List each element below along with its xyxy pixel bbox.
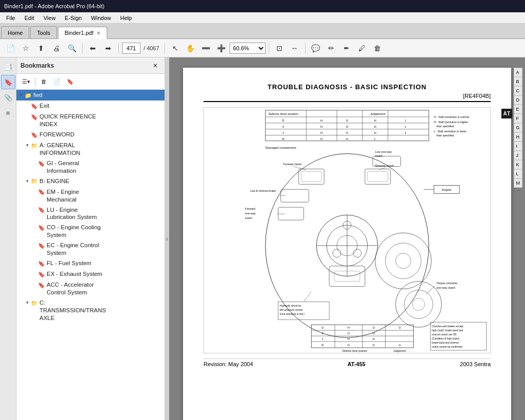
expand-trans-icon[interactable]: ▾ — [24, 299, 31, 307]
sidebar-close-button[interactable]: ✕ — [150, 61, 160, 71]
bookmark-co[interactable]: ▸ 🔖 CO - Engine CoolingSystem — [16, 222, 165, 240]
bookmark-qri[interactable]: ▸ 🔖 QUICK REFERENCEINDEX — [16, 111, 165, 129]
bookmark-foreword[interactable]: ▸ 🔖 FOREWORD — [16, 129, 165, 140]
svg-line-82 — [304, 292, 311, 302]
svg-text:H: H — [320, 119, 322, 122]
folder-engine-icon: 📁 — [31, 177, 38, 186]
svg-text:H: H — [320, 125, 322, 128]
expand-fwd-icon[interactable]: ▾ — [17, 91, 25, 99]
search-button[interactable]: 🔍 — [65, 41, 79, 55]
next-page-button[interactable]: ➡ — [101, 41, 115, 55]
sep1 — [82, 43, 83, 54]
left-icon-bookmarks[interactable]: 🔖 — [1, 75, 15, 89]
hand-tool[interactable]: ✋ — [184, 41, 198, 55]
print-button[interactable]: 🖨 — [49, 41, 64, 55]
bookmark-ex-icon: 🔖 — [38, 270, 45, 278]
menu-esign[interactable]: E-Sign — [60, 14, 86, 22]
pdf-footer: Revision: May 2004 AT-455 2003 Sentra — [204, 358, 491, 367]
tab-c[interactable]: C — [514, 86, 523, 95]
bookmark-qri-icon: 🔖 — [31, 113, 38, 121]
svg-text:Damaged components: Damaged components — [266, 146, 296, 149]
svg-text:clutch: clutch — [245, 216, 252, 219]
comment-button[interactable]: 💬 — [309, 41, 323, 55]
pen-button[interactable]: ✏ — [324, 41, 338, 55]
svg-text:Clutches and brakes except: Clutches and brakes except — [432, 325, 463, 328]
menu-view[interactable]: View — [39, 14, 60, 22]
tab-k[interactable]: K — [514, 160, 523, 169]
menu-help[interactable]: Help — [116, 14, 136, 22]
bookmark-em[interactable]: ▸ 🔖 EM - EngineMechanical — [16, 187, 165, 205]
bookmark-exit[interactable]: ▸ 🔖 Exit — [16, 101, 165, 111]
tab-tools[interactable]: Tools — [30, 26, 57, 38]
bookmark-lu[interactable]: ▸ 🔖 LU - EngineLubrication System — [16, 205, 165, 223]
sidebar-new-button[interactable]: 📄 — [51, 76, 63, 87]
bookmark-trans-label: C:TRANSMISSION/TRANSAXLE — [38, 298, 163, 322]
menu-edit[interactable]: Edit — [21, 14, 38, 22]
svg-text:H: H — [348, 326, 350, 329]
left-icon-pages[interactable]: 📑 — [1, 59, 15, 74]
zoom-in-button[interactable]: ➕ — [214, 41, 229, 55]
zoom-select[interactable]: 60.6% — [230, 43, 266, 54]
bookmark-fwd[interactable]: ▾ 📁 fwd — [16, 90, 165, 101]
bookmark-general-info[interactable]: ▾ 📁 A: GENERALINFORMATION — [16, 140, 165, 158]
left-icon-layers[interactable]: ≡ — [1, 106, 15, 120]
tab-j[interactable]: J — [514, 151, 523, 160]
svg-text:L: L — [405, 125, 407, 128]
bookmark-engine[interactable]: ▾ 📁 B: ENGINE — [16, 176, 165, 187]
svg-line-65 — [426, 286, 435, 294]
tab-g[interactable]: G — [514, 123, 523, 132]
tab-h[interactable]: H — [514, 132, 523, 142]
tab-l[interactable]: L — [514, 169, 523, 178]
sidebar-content[interactable]: ▾ 📁 fwd ▸ 🔖 Exit ▸ 🔖 QUICK REFERENCEINDE… — [16, 90, 165, 420]
upload-button[interactable]: ⬆ — [34, 41, 48, 55]
tab-b[interactable]: B — [514, 77, 523, 86]
sidebar-collapse-handle[interactable] — [165, 57, 169, 420]
tab-close-icon[interactable]: ✕ — [96, 30, 100, 36]
svg-text:line pressure control: line pressure control — [280, 309, 303, 311]
tab-i[interactable]: I — [514, 142, 523, 151]
tab-binder[interactable]: Binder1.pdf ✕ — [58, 27, 107, 39]
tab-a[interactable]: A — [514, 68, 523, 77]
sidebar-prop-button[interactable]: 🔖 — [64, 76, 76, 87]
menu-file[interactable]: File — [2, 14, 19, 22]
svg-text:L: L — [405, 131, 407, 134]
svg-text:H: H — [373, 344, 375, 347]
tab-home[interactable]: Home — [1, 26, 29, 38]
cursor-tool[interactable]: ↖ — [168, 41, 183, 55]
bookmark-transmission[interactable]: ▾ 📁 C:TRANSMISSION/TRANSAXLE — [16, 297, 165, 323]
sidebar-options-button[interactable]: ☰▾ — [19, 76, 33, 87]
bookmark-gi[interactable]: ▸ 🔖 GI - GeneralInformation — [16, 158, 165, 176]
pdf-scroll[interactable]: TROUBLE DIAGNOSIS - BASIC INSPECTION [RE… — [169, 57, 525, 420]
highlight-button[interactable]: ✒ — [339, 41, 354, 55]
svg-rect-38 — [301, 171, 321, 182]
svg-text:O: O — [398, 326, 400, 329]
expand-engine-icon[interactable]: ▾ — [24, 177, 31, 186]
menu-window[interactable]: Window — [87, 14, 115, 22]
bookmark-ex[interactable]: ▸ 🔖 EX - Exhaust System — [16, 269, 165, 279]
delete-button[interactable]: 🗑 — [370, 41, 385, 55]
new-button[interactable]: 📄 — [3, 41, 17, 55]
svg-text:O: O — [373, 326, 375, 329]
bookmark-toolbar-button[interactable]: ☆ — [18, 41, 33, 55]
expand-gi-icon[interactable]: ▾ — [24, 142, 31, 150]
prev-page-button[interactable]: ⬅ — [86, 41, 100, 55]
fit-width-button[interactable]: ↔ — [288, 41, 302, 55]
pdf-page-ref: [RE4F04B] — [204, 93, 491, 102]
title-bar-text: Binder1.pdf - Adobe Acrobat Pro (64-bit) — [4, 3, 521, 9]
sign-button[interactable]: 🖊 — [355, 41, 369, 55]
bookmark-acc[interactable]: ▸ 🔖 ACC - AcceleratorControl System — [16, 279, 165, 297]
bookmark-fl[interactable]: ▸ 🔖 FL - Fuel System — [16, 258, 165, 269]
bookmark-ec[interactable]: ▸ 🔖 EC - Engine ControlSystem — [16, 240, 165, 258]
left-icon-attachments[interactable]: 📎 — [1, 90, 15, 105]
tab-d[interactable]: D — [514, 95, 523, 105]
sep2 — [118, 43, 119, 54]
page-number-input[interactable] — [122, 43, 140, 54]
tab-m[interactable]: M — [514, 178, 523, 188]
svg-text:than specified.: than specified. — [436, 134, 455, 137]
tab-f[interactable]: F — [514, 114, 523, 123]
footer-page-number: AT-455 — [348, 361, 366, 367]
fit-page-button[interactable]: ⊡ — [272, 41, 287, 55]
zoom-out-button[interactable]: ➖ — [199, 41, 213, 55]
sidebar-delete-button[interactable]: 🗑 — [37, 76, 50, 87]
tab-e[interactable]: E — [514, 105, 523, 114]
